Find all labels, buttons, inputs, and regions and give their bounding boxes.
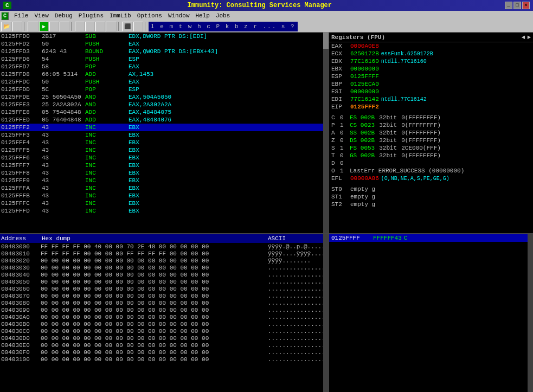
title-bar-controls[interactable]: _ □ × <box>505 2 530 9</box>
disasm-row[interactable]: 0125FFD758POPEAX <box>0 63 329 70</box>
disasm-scrollbar[interactable] <box>323 33 329 233</box>
menu-jobs[interactable]: Jobs <box>213 12 233 20</box>
hex-bytes: 00 00 00 00 00 00 00 00 00 00 00 00 00 0… <box>41 272 268 278</box>
hex-scrollbar[interactable] <box>323 234 329 392</box>
hex-row[interactable]: 004030A0 00 00 00 00 00 00 00 00 00 00 0… <box>0 313 329 320</box>
eip-row: EIP0125FFF2 <box>329 103 533 111</box>
flag-value[interactable]: 1 <box>340 145 345 151</box>
menu-file[interactable]: File <box>11 12 31 20</box>
tb-restart[interactable]: ↺ <box>60 22 69 31</box>
hex-row[interactable]: 00403000 FF FF FF FF 00 40 00 00 70 2E 4… <box>0 243 329 250</box>
tb-play[interactable]: ▶ <box>39 22 49 31</box>
flag-value[interactable]: 0 <box>340 114 345 121</box>
disasm-row[interactable]: 0125FFF343INCEBX <box>0 131 329 139</box>
hex-row[interactable]: 00403030 00 00 00 00 00 00 00 00 00 00 0… <box>0 264 329 271</box>
register-value[interactable]: 00000000 <box>350 66 379 72</box>
register-value[interactable]: 00000000 <box>350 88 379 95</box>
disasm-row[interactable]: 0125FFF943INCEBX <box>0 177 329 184</box>
disasm-row[interactable]: 0125FFE805 75404848ADDEAX,48484075 <box>0 108 329 116</box>
flag-value[interactable]: 0 <box>340 160 345 166</box>
hex-pane[interactable]: Address Hex dump ASCII 00403000 FF FF FF… <box>0 234 329 392</box>
minimize-button[interactable]: _ <box>505 2 512 9</box>
disasm-row[interactable]: 0125FFD654PUSHESP <box>0 55 329 63</box>
disasm-bytes: 58 <box>42 63 85 70</box>
hex-row[interactable]: 00403020 00 00 00 00 00 00 00 00 00 00 0… <box>0 257 329 264</box>
tb-step-over[interactable]: → <box>85 22 95 31</box>
disasm-row[interactable]: 0125FFD36243 43BOUNDEAX,QWORD PTR DS:[EB… <box>0 48 329 55</box>
flag-value[interactable]: 1 <box>340 122 345 128</box>
hex-row[interactable]: 004030F0 00 00 00 00 00 00 00 00 00 00 0… <box>0 349 329 356</box>
tb-step-out[interactable]: ↗ <box>95 22 105 31</box>
hex-row[interactable]: 00403100 00 00 00 00 00 00 00 00 00 00 0… <box>0 356 329 363</box>
disasm-row[interactable]: 0125FFF543INCEBX <box>0 146 329 154</box>
disasm-row[interactable]: 0125FFF843INCEBX <box>0 169 329 177</box>
hex-row[interactable]: 00403010 FF FF FF FF 00 00 00 00 FF FF F… <box>0 250 329 257</box>
register-value[interactable]: 0125ECA0 <box>350 81 379 87</box>
hex-address: 004030C0 <box>1 328 41 335</box>
disasm-pane[interactable]: 0125FFD02B17SUBEDX,DWORD PTR DS:[EDI]012… <box>0 33 329 233</box>
reg-prev-arrow[interactable]: ◄ <box>522 34 525 41</box>
flag-value[interactable]: 0 <box>340 137 345 144</box>
maximize-button[interactable]: □ <box>513 2 521 9</box>
reg-dump-row[interactable]: 0125FFFFFFFFFF43C <box>329 234 533 242</box>
menu-view[interactable]: View <box>31 12 51 20</box>
menu-window[interactable]: Window <box>165 12 192 20</box>
tb-open[interactable]: 📂 <box>1 22 12 31</box>
registers-nav[interactable]: ◄ ► <box>522 34 531 41</box>
disasm-row[interactable]: 0125FFF443INCEBX <box>0 139 329 146</box>
menu-debug[interactable]: Debug <box>52 12 75 20</box>
flag-value[interactable]: 1 <box>340 168 345 174</box>
menu-help[interactable]: Help <box>193 12 213 20</box>
disasm-row[interactable]: 0125FFD250PUSHEAX <box>0 40 329 48</box>
menu-options[interactable]: Options <box>134 12 165 20</box>
tb-run-to[interactable]: →| <box>106 22 117 31</box>
hex-row[interactable]: 00403070 00 00 00 00 00 00 00 00 00 00 0… <box>0 292 329 299</box>
hex-row[interactable]: 004030B0 00 00 00 00 00 00 00 00 00 00 0… <box>0 320 329 327</box>
hex-row[interactable]: 004030E0 00 00 00 00 00 00 00 00 00 00 0… <box>0 342 329 349</box>
hex-row[interactable]: 00403080 00 00 00 00 00 00 00 00 00 00 0… <box>0 299 329 306</box>
tb-back[interactable]: ◄◄ <box>28 22 38 31</box>
tb-bp[interactable]: ⬛ <box>122 22 133 31</box>
disasm-row[interactable]: 0125FFFD43INCEBX <box>0 207 329 215</box>
efl-value[interactable]: 00000A86 <box>350 175 379 182</box>
disasm-row[interactable]: 0125FFF243INCEBX <box>0 124 329 131</box>
register-value[interactable]: 77C16142 <box>350 96 379 102</box>
disasm-row[interactable]: 0125FFFB43INCEBX <box>0 192 329 200</box>
tb-pause[interactable]: ‖ <box>49 22 59 31</box>
hex-row[interactable]: 00403090 00 00 00 00 00 00 00 00 00 00 0… <box>0 306 329 313</box>
register-value[interactable]: 0125FFFF <box>350 73 379 80</box>
disasm-scrollbar-thumb[interactable] <box>323 33 329 49</box>
register-value[interactable]: 0000A0E8 <box>350 43 379 49</box>
hex-row[interactable]: 00403060 00 00 00 00 00 00 00 00 00 00 0… <box>0 285 329 292</box>
disasm-row[interactable]: 0125FFDE25 50504A50ANDEAX,504A5050 <box>0 93 329 101</box>
disasm-row[interactable]: 0125FFD02B17SUBEDX,DWORD PTR DS:[EDI] <box>0 33 329 40</box>
hex-row[interactable]: 004030D0 00 00 00 00 00 00 00 00 00 00 0… <box>0 335 329 342</box>
disasm-row[interactable]: 0125FFF643INCEBX <box>0 154 329 162</box>
title-bar-title: Immunity: Consulting Services Manager <box>188 2 332 9</box>
disasm-row[interactable]: 0125FFED05 76404848ADDEAX,48484076 <box>0 116 329 124</box>
register-value[interactable]: 6250172B <box>350 50 379 57</box>
hex-row[interactable]: 004030C0 00 00 00 00 00 00 00 00 00 00 0… <box>0 327 329 335</box>
disasm-address: 0125FFF7 <box>1 162 42 169</box>
disasm-row[interactable]: 0125FFFA43INCEBX <box>0 184 329 192</box>
tb-close[interactable]: ✕ <box>12 22 22 31</box>
disasm-row[interactable]: 0125FFDD5CPOPESP <box>0 86 329 93</box>
menu-plugins[interactable]: Plugins <box>76 12 106 20</box>
tb-step-into[interactable]: ↘ <box>75 22 85 31</box>
reg-next-arrow[interactable]: ► <box>527 34 531 41</box>
menu-immlib[interactable]: ImmLib <box>107 12 134 20</box>
flag-value[interactable]: 0 <box>340 152 345 159</box>
tb-clear-bp[interactable]: ✕ <box>133 22 143 31</box>
close-button[interactable]: × <box>522 2 530 9</box>
disasm-row[interactable]: 0125FFF743INCEBX <box>0 162 329 169</box>
register-value[interactable]: 77C16160 <box>350 58 379 65</box>
hex-row[interactable]: 00403040 00 00 00 00 00 00 00 00 00 00 0… <box>0 271 329 278</box>
disasm-row[interactable]: 0125FFFC43INCEBX <box>0 200 329 207</box>
hex-row[interactable]: 00403050 00 00 00 00 00 00 00 00 00 00 0… <box>0 278 329 285</box>
disasm-row[interactable]: 0125FFE325 2A2A302AANDEAX,2A302A2A <box>0 101 329 108</box>
eip-value[interactable]: 0125FFF2 <box>350 104 379 110</box>
reg-dump-scrollbar[interactable] <box>528 234 533 392</box>
flag-value[interactable]: 0 <box>340 130 345 136</box>
disasm-row[interactable]: 0125FFDC50PUSHEAX <box>0 78 329 86</box>
disasm-row[interactable]: 0125FFD866:05 5314ADDAX,1453 <box>0 70 329 78</box>
